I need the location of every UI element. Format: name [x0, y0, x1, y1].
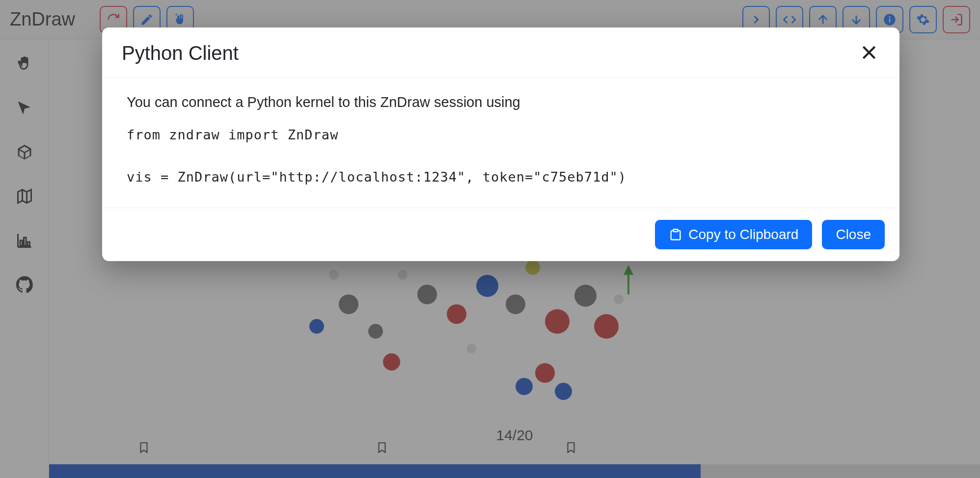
modal-header: Python Client: [102, 27, 899, 78]
modal-title: Python Client: [122, 42, 239, 64]
modal-close-button[interactable]: [858, 43, 880, 64]
modal-description: You can connect a Python kernel to this …: [127, 94, 875, 110]
python-client-modal: Python Client You can connect a Python k…: [102, 27, 899, 261]
close-button[interactable]: Close: [822, 220, 885, 249]
modal-body: You can connect a Python kernel to this …: [102, 78, 899, 208]
copy-clipboard-label: Copy to Clipboard: [688, 227, 798, 242]
clipboard-icon: [669, 228, 682, 241]
copy-clipboard-button[interactable]: Copy to Clipboard: [655, 220, 812, 249]
modal-footer: Copy to Clipboard Close: [102, 208, 899, 261]
code-snippet: from zndraw import ZnDraw vis = ZnDraw(u…: [127, 124, 875, 188]
svg-rect-19: [674, 229, 678, 232]
close-icon: [859, 43, 879, 62]
close-button-label: Close: [836, 227, 871, 242]
